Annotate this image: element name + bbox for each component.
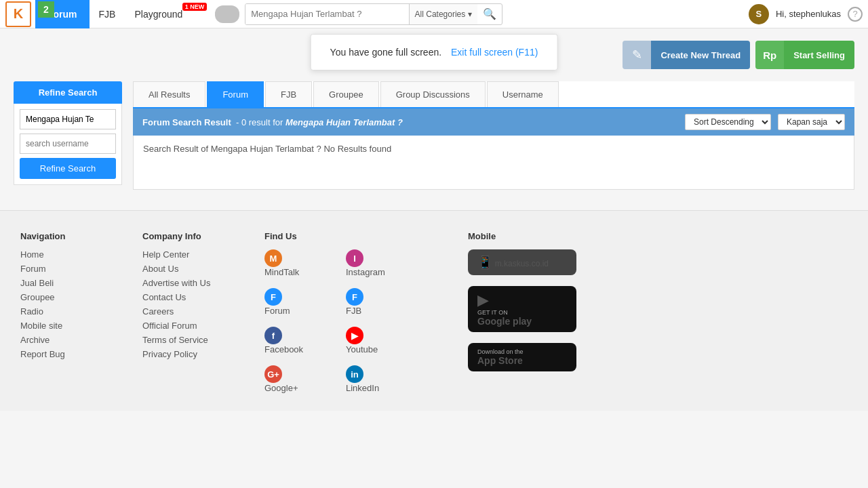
start-selling-button[interactable]: Rp Start Selling bbox=[755, 41, 854, 69]
tab-all-results[interactable]: All Results bbox=[133, 81, 205, 107]
facebook-icon: f bbox=[264, 327, 282, 344]
user-greeting[interactable]: Hi, stephenlukas bbox=[776, 9, 841, 19]
create-thread-button[interactable]: ✎ Create New Thread bbox=[623, 41, 750, 69]
tab-fjb[interactable]: FJB bbox=[265, 81, 312, 107]
footer-link-helpcenter[interactable]: Help Center bbox=[142, 249, 237, 260]
footer-link-forum[interactable]: Forum bbox=[20, 264, 115, 274]
msite-button[interactable]: 📱 m.kaskus.co.id bbox=[468, 249, 576, 275]
search-button[interactable]: 🔍 bbox=[477, 7, 502, 20]
footer-link-reportbug[interactable]: Report Bug bbox=[20, 349, 115, 359]
social-mindtalk[interactable]: M MindTalk bbox=[264, 249, 339, 277]
avatar: S bbox=[749, 4, 769, 24]
result-count-text: Forum Search Result - 0 result for Menga… bbox=[142, 117, 403, 127]
chevron-down-icon: ▾ bbox=[468, 9, 472, 19]
create-thread-label: Create New Thread bbox=[651, 41, 750, 69]
footer-link-radio[interactable]: Radio bbox=[20, 306, 115, 317]
google-play-button[interactable]: ▶ GET IT ON Google play bbox=[468, 286, 576, 332]
result-tabs: All Results Forum FJB Groupee Group Disc… bbox=[133, 81, 854, 108]
social-links: M MindTalk I Instagram F Forum F FJB f bbox=[264, 249, 441, 397]
tab-groupee[interactable]: Groupee bbox=[313, 81, 379, 107]
results-area: All Results Forum FJB Groupee Group Disc… bbox=[133, 81, 854, 190]
footer-link-mobilesite[interactable]: Mobile site bbox=[20, 321, 115, 331]
linkedin-icon: in bbox=[346, 365, 363, 383]
tab-forum[interactable]: Forum bbox=[207, 81, 264, 107]
search-input[interactable] bbox=[245, 4, 408, 24]
result-header: Forum Search Result - 0 result for Menga… bbox=[133, 108, 854, 136]
google-play-icon: ▶ bbox=[477, 291, 489, 308]
result-header-right: Sort Descending Kapan saja bbox=[685, 114, 845, 130]
sidebar: Refine Search Refine Search bbox=[14, 81, 122, 190]
nav-right: S Hi, stephenlukas ? bbox=[749, 4, 863, 24]
social-google[interactable]: G+ Google+ bbox=[264, 365, 339, 393]
start-selling-label: Start Selling bbox=[784, 41, 854, 69]
footer: Navigation Home Forum Jual Beli Groupee … bbox=[0, 210, 868, 411]
footer-findus-col: Find Us M MindTalk I Instagram F Forum F… bbox=[264, 231, 441, 397]
categories-dropdown[interactable]: All Categories ▾ bbox=[409, 4, 478, 24]
sidebar-refine-button[interactable]: Refine Search bbox=[20, 158, 116, 179]
sort-dropdown[interactable]: Sort Descending bbox=[685, 114, 771, 130]
footer-link-privacy[interactable]: Privacy Policy bbox=[142, 349, 237, 359]
footer-navigation-title: Navigation bbox=[20, 231, 115, 241]
footer-mobile-col: Mobile 📱 m.kaskus.co.id ▶ GET IT ON Goog… bbox=[468, 231, 576, 397]
youtube-icon: ▶ bbox=[346, 327, 363, 344]
google-icon: G+ bbox=[264, 365, 282, 383]
social-facebook[interactable]: f Facebook bbox=[264, 327, 339, 354]
social-linkedin[interactable]: in LinkedIn bbox=[346, 365, 420, 393]
footer-grid: Navigation Home Forum Jual Beli Groupee … bbox=[20, 231, 848, 397]
logo-k[interactable]: K bbox=[5, 1, 31, 27]
footer-company-title: Company Info bbox=[142, 231, 237, 241]
sidebar-username-input[interactable] bbox=[20, 134, 116, 154]
footer-link-groupee[interactable]: Groupee bbox=[20, 292, 115, 302]
social-instagram[interactable]: I Instagram bbox=[346, 249, 420, 277]
mindtalk-icon: M bbox=[264, 249, 282, 267]
exit-fullscreen-link[interactable]: Exit full screen (F11) bbox=[451, 47, 538, 58]
fjb-social-icon: F bbox=[346, 288, 363, 306]
fullscreen-notification: You have gone full screen. Exit full scr… bbox=[311, 34, 558, 70]
footer-link-archive[interactable]: Archive bbox=[20, 335, 115, 345]
notification-badge: 2 bbox=[38, 1, 54, 18]
tab-username[interactable]: Username bbox=[487, 81, 559, 107]
new-badge: 1 NEW bbox=[182, 3, 208, 11]
footer-link-officialforum[interactable]: Official Forum bbox=[142, 321, 237, 331]
create-thread-icon: ✎ bbox=[623, 41, 651, 69]
app-store-button[interactable]: Download on the App Store bbox=[468, 343, 576, 371]
footer-link-aboutus[interactable]: About Us bbox=[142, 264, 237, 274]
tab-group-discussions[interactable]: Group Discussions bbox=[380, 81, 486, 107]
sidebar-query-input[interactable] bbox=[20, 109, 116, 129]
sidebar-refine-header[interactable]: Refine Search bbox=[14, 81, 122, 104]
footer-mobile-title: Mobile bbox=[468, 231, 576, 241]
top-navigation: K 2 Forum FJB Playground 1 NEW All Categ… bbox=[0, 0, 868, 28]
footer-company-col: Company Info Help Center About Us Advert… bbox=[142, 231, 237, 397]
main-content: Refine Search Refine Search All Results … bbox=[0, 81, 868, 203]
footer-link-home[interactable]: Home bbox=[20, 249, 115, 260]
search-bar: All Categories ▾ 🔍 bbox=[245, 3, 502, 25]
social-fjb[interactable]: F FJB bbox=[346, 288, 420, 316]
social-youtube[interactable]: ▶ Youtube bbox=[346, 327, 420, 354]
footer-navigation-col: Navigation Home Forum Jual Beli Groupee … bbox=[20, 231, 115, 397]
mobile-phone-icon: 📱 bbox=[477, 256, 492, 269]
fjb-nav-link[interactable]: FJB bbox=[90, 0, 125, 28]
footer-link-careers[interactable]: Careers bbox=[142, 306, 237, 317]
help-icon[interactable]: ? bbox=[848, 7, 863, 22]
footer-findus-title: Find Us bbox=[264, 231, 441, 241]
mobile-buttons: 📱 m.kaskus.co.id ▶ GET IT ON Google play… bbox=[468, 249, 576, 375]
footer-link-advertise[interactable]: Advertise with Us bbox=[142, 278, 237, 288]
forum-social-icon: F bbox=[264, 288, 282, 306]
cloud-icon bbox=[215, 5, 239, 23]
footer-link-terms[interactable]: Terms of Service bbox=[142, 335, 237, 345]
rupiah-icon: Rp bbox=[755, 41, 784, 69]
footer-link-contact[interactable]: Contact Us bbox=[142, 292, 237, 302]
playground-nav-link[interactable]: Playground 1 NEW bbox=[125, 0, 210, 28]
result-body: Search Result of Mengapa Hujan Terlambat… bbox=[133, 136, 854, 190]
footer-link-jualbeli[interactable]: Jual Beli bbox=[20, 278, 115, 288]
instagram-icon: I bbox=[346, 249, 363, 267]
social-forum[interactable]: F Forum bbox=[264, 288, 339, 316]
date-dropdown[interactable]: Kapan saja bbox=[778, 114, 845, 130]
